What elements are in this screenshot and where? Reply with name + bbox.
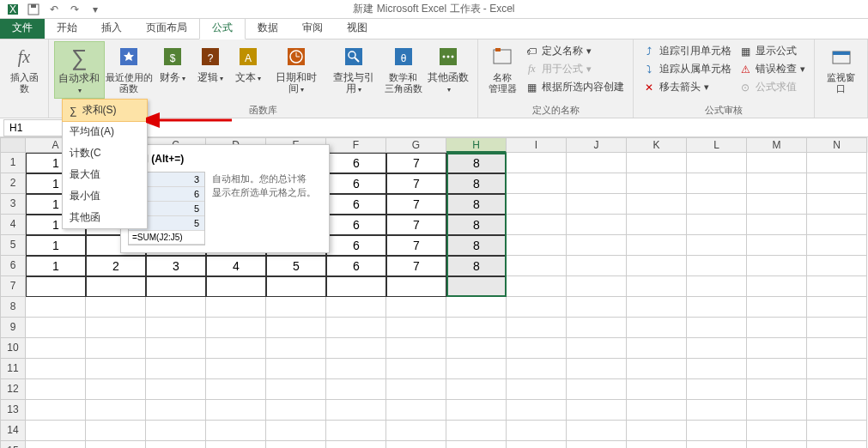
cell[interactable]	[86, 379, 146, 400]
cell[interactable]	[807, 318, 867, 338]
cell[interactable]	[86, 338, 146, 359]
recent-functions-button[interactable]: 最近使用的 函数	[105, 41, 155, 99]
cell[interactable]	[747, 297, 807, 318]
cell[interactable]	[206, 421, 266, 441]
cell[interactable]	[567, 235, 627, 256]
dropdown-item-other[interactable]: 其他函	[63, 207, 147, 228]
cell[interactable]	[146, 421, 206, 441]
cell[interactable]: 5	[266, 256, 326, 276]
cell[interactable]	[747, 379, 807, 400]
cell[interactable]	[86, 400, 146, 421]
cell[interactable]	[627, 194, 687, 215]
cell[interactable]	[747, 400, 807, 421]
cell[interactable]	[807, 359, 867, 379]
error-check-button[interactable]: ⚠错误检查 ▾	[735, 61, 809, 77]
cell[interactable]	[687, 173, 747, 194]
cell[interactable]	[146, 441, 206, 448]
remove-arrows-button[interactable]: ✕移去箭头 ▾	[639, 79, 735, 95]
cell[interactable]	[807, 441, 867, 448]
cell[interactable]	[206, 338, 266, 359]
tab-insert[interactable]: 插入	[89, 17, 134, 39]
row-header[interactable]: 7	[0, 276, 26, 297]
redo-icon[interactable]: ↷	[65, 2, 84, 17]
cell[interactable]	[687, 256, 747, 276]
col-header[interactable]: N	[807, 137, 867, 153]
row-header[interactable]: 5	[0, 235, 26, 256]
cell[interactable]	[266, 400, 326, 421]
cell[interactable]	[807, 276, 867, 297]
cell[interactable]	[747, 153, 807, 173]
col-header[interactable]: G	[386, 137, 446, 153]
cell[interactable]	[687, 421, 747, 441]
cell[interactable]	[507, 194, 567, 215]
save-icon[interactable]	[24, 2, 43, 17]
formula-bar[interactable]	[70, 119, 868, 136]
cell[interactable]	[146, 400, 206, 421]
cell[interactable]	[567, 297, 627, 318]
cell[interactable]	[326, 276, 386, 297]
cell[interactable]	[687, 297, 747, 318]
cell[interactable]	[807, 400, 867, 421]
cell[interactable]	[507, 297, 567, 318]
cell[interactable]	[386, 400, 446, 421]
name-box[interactable]	[3, 119, 64, 136]
cell[interactable]	[567, 318, 627, 338]
cell[interactable]	[747, 441, 807, 448]
cell[interactable]	[507, 256, 567, 276]
cell[interactable]: 1	[26, 256, 86, 276]
cell[interactable]	[386, 379, 446, 400]
row-header[interactable]: 13	[0, 400, 26, 421]
cell[interactable]	[86, 359, 146, 379]
dropdown-item-sum[interactable]: ∑求和(S)	[62, 99, 148, 122]
cell[interactable]	[747, 235, 807, 256]
cell[interactable]	[627, 235, 687, 256]
cell[interactable]	[446, 338, 507, 359]
cell[interactable]	[386, 359, 446, 379]
excel-icon[interactable]: X	[3, 2, 22, 17]
row-header[interactable]: 14	[0, 421, 26, 441]
tab-view[interactable]: 视图	[335, 17, 379, 39]
cell[interactable]: 3	[146, 256, 206, 276]
cell[interactable]: 6	[326, 194, 386, 215]
cell[interactable]	[567, 256, 627, 276]
cell[interactable]	[206, 359, 266, 379]
cell[interactable]: 6	[326, 153, 386, 173]
cell[interactable]	[747, 215, 807, 235]
cell[interactable]	[567, 400, 627, 421]
cell[interactable]	[687, 194, 747, 215]
watch-window-button[interactable]: 监视窗口	[820, 41, 862, 96]
cell[interactable]	[627, 318, 687, 338]
cell[interactable]	[687, 318, 747, 338]
cell[interactable]	[446, 400, 507, 421]
datetime-button[interactable]: 日期和时间▾	[267, 41, 325, 99]
cell[interactable]	[326, 421, 386, 441]
logical-button[interactable]: ? 逻辑▾	[191, 41, 229, 99]
cell[interactable]	[687, 400, 747, 421]
cell[interactable]	[266, 441, 326, 448]
insert-function-button[interactable]: fx 插入函数	[5, 41, 43, 96]
cell[interactable]	[567, 276, 627, 297]
cell[interactable]	[206, 379, 266, 400]
cell[interactable]: 7	[386, 235, 446, 256]
cell[interactable]	[386, 318, 446, 338]
cell[interactable]	[507, 338, 567, 359]
dropdown-item-max[interactable]: 最大值	[63, 164, 147, 185]
cell[interactable]	[326, 400, 386, 421]
dropdown-item-average[interactable]: 平均值(A)	[63, 121, 147, 142]
cell[interactable]	[446, 359, 507, 379]
cell[interactable]	[26, 276, 86, 297]
cell[interactable]	[807, 297, 867, 318]
cell[interactable]	[326, 379, 386, 400]
row-header[interactable]: 2	[0, 173, 26, 194]
cell[interactable]	[687, 235, 747, 256]
cell[interactable]	[567, 194, 627, 215]
autosum-button[interactable]: ∑ 自动求和▾	[54, 41, 105, 99]
cell[interactable]: 8	[446, 194, 507, 215]
cell[interactable]	[747, 276, 807, 297]
name-manager-button[interactable]: 名称 管理器	[483, 41, 521, 96]
cell[interactable]	[326, 297, 386, 318]
cell[interactable]	[26, 338, 86, 359]
cell[interactable]	[567, 359, 627, 379]
cell[interactable]: 8	[446, 235, 507, 256]
cell[interactable]	[567, 379, 627, 400]
